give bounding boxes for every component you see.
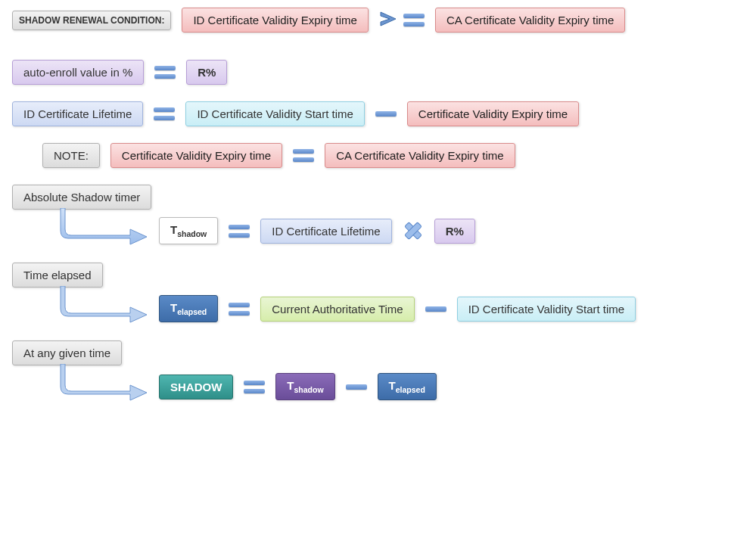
box-ca-cert-expiry-2: CA Certificate Validity Expiry time	[325, 143, 515, 168]
box-ca-cert-expiry: CA Certificate Validity Expiry time	[435, 8, 625, 33]
minus-icon	[346, 384, 367, 390]
equals-icon	[293, 149, 314, 162]
box-id-cert-start: ID Certificate Validity Start time	[185, 101, 364, 126]
header-absolute-shadow-timer: Absolute Shadow timer	[12, 185, 151, 210]
block-time-elapsed: Time elapsed Telapsed Current Authoritat…	[12, 263, 744, 327]
row-auto-enroll: auto-enroll value in % R%	[12, 60, 744, 85]
box-cert-expiry: Certificate Validity Expiry time	[407, 101, 579, 126]
box-current-time: Current Authoritative Time	[260, 297, 414, 322]
var-t-shadow: Tshadow	[159, 217, 218, 244]
block-absolute-shadow-timer: Absolute Shadow timer Tshadow ID Certifi…	[12, 185, 744, 249]
equals-icon	[229, 225, 250, 238]
equals-icon	[244, 381, 265, 393]
box-r-percent: R%	[186, 60, 227, 85]
equals-icon	[229, 303, 250, 316]
box-id-cert-lifetime: ID Certificate Lifetime	[12, 101, 143, 126]
header-at-any-time: At any given time	[12, 340, 122, 365]
label-condition: SHADOW RENEWAL CONDITION:	[12, 11, 171, 30]
box-id-cert-lifetime-2: ID Certificate Lifetime	[260, 219, 391, 244]
box-r-percent-2: R%	[434, 219, 475, 244]
box-cert-expiry-2: Certificate Validity Expiry time	[110, 143, 282, 168]
label-note: NOTE:	[42, 143, 100, 168]
box-auto-enroll-label: auto-enroll value in %	[12, 60, 144, 85]
elbow-arrow-icon	[58, 213, 148, 249]
equals-icon	[154, 107, 175, 120]
row-note: NOTE: Certificate Validity Expiry time C…	[42, 143, 744, 168]
equals-icon	[154, 66, 176, 79]
var-shadow: SHADOW	[159, 375, 233, 399]
row-shadow-renewal-condition: SHADOW RENEWAL CONDITION: ID Certificate…	[12, 8, 744, 33]
minus-icon	[375, 111, 397, 117]
var-t-shadow-2: Tshadow	[275, 373, 334, 400]
multiply-icon	[403, 220, 424, 241]
minus-icon	[425, 306, 446, 312]
row-id-cert-lifetime: ID Certificate Lifetime ID Certificate V…	[12, 101, 744, 126]
box-id-cert-start-2: ID Certificate Validity Start time	[457, 297, 636, 322]
var-t-elapsed: Telapsed	[159, 295, 218, 322]
box-id-cert-expiry: ID Certificate Validity Expiry time	[182, 8, 368, 33]
block-at-any-time: At any given time SHADOW Tshadow Telapse…	[12, 340, 744, 405]
svg-marker-0	[381, 12, 396, 26]
elbow-arrow-icon	[58, 368, 148, 405]
var-t-elapsed-2: Telapsed	[378, 373, 437, 400]
elbow-arrow-icon	[58, 291, 148, 327]
greater-equal-icon	[379, 11, 425, 30]
header-time-elapsed: Time elapsed	[12, 263, 103, 288]
